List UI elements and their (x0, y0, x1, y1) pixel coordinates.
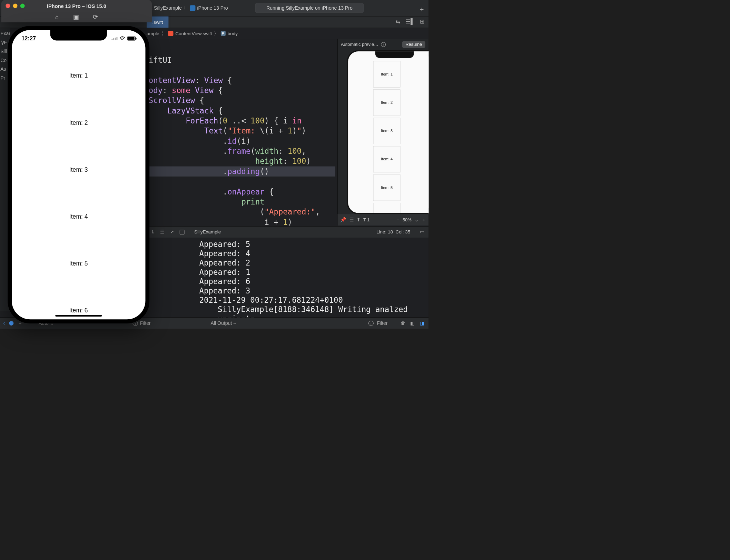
zoom-level[interactable]: 50% (403, 217, 412, 222)
list-item: Item: 1 (12, 52, 145, 99)
cursor-position: Line: 18 Col: 35 (376, 229, 410, 235)
step-controls-icon[interactable]: ☰ (160, 229, 164, 235)
chevron-down-icon[interactable]: ⌄ (415, 217, 418, 222)
status-bar: 12:27 (12, 33, 145, 44)
screenshot-icon[interactable]: ▣ (73, 13, 79, 20)
chevron-right-icon: 〉 (183, 5, 188, 11)
activity-status: Running SillyExample on iPhone 13 Pro (255, 3, 364, 13)
preview-t1[interactable]: T 1 (363, 217, 369, 222)
simulator-device: 12:27 Item: 1 Item: 2 Item: 3 Item: 4 It… (8, 26, 149, 323)
editor-right-tools: ⇆ ☰▌ ⊞ (396, 18, 425, 25)
minimap-icon[interactable]: ☰▌ (405, 18, 414, 25)
minimize-window-button[interactable] (13, 4, 18, 8)
list-item: Item: 4 (12, 193, 145, 240)
editor-jump-bar[interactable]: ample 〉 ContentView.swift 〉 P body (147, 28, 424, 39)
recent-nav-icon[interactable]: ‹ (3, 320, 5, 326)
zoom-in-icon[interactable]: ＋ (422, 217, 426, 223)
preview-item (373, 203, 401, 214)
preview-item: Item: 1 (373, 61, 401, 87)
debug-target[interactable]: SillyExample (194, 229, 221, 235)
list-item: Item: 2 (12, 99, 145, 146)
zoom-window-button[interactable] (20, 4, 25, 8)
simulator-phone-frame: 12:27 Item: 1 Item: 2 Item: 3 Item: 4 It… (8, 26, 149, 323)
console-panel-toggle-icon[interactable]: ▭ (420, 229, 424, 235)
jumpbar-symbol[interactable]: body (228, 31, 238, 36)
preview-content: Item: 1 Item: 2 Item: 3 Item: 4 Item: 5 (348, 51, 429, 214)
code-editor[interactable]: iftUI ontentView: View { ody: some View … (147, 39, 337, 226)
pin-icon[interactable]: 📌 (340, 217, 346, 222)
tab-label: .swift (152, 19, 163, 25)
console-filter-field[interactable]: Filter (377, 320, 387, 326)
console-filter-bar: All Output ⌣ Filter 🗑 ◧ ◨ (154, 317, 428, 329)
cellular-signal-icon (111, 37, 117, 40)
simulator-screen[interactable]: 12:27 Item: 1 Item: 2 Item: 3 Item: 4 It… (12, 30, 145, 319)
preview-item: Item: 5 (373, 174, 401, 201)
rotate-icon[interactable]: ⟳ (93, 13, 98, 20)
list-item: Item: 3 (12, 146, 145, 193)
wifi-icon (119, 36, 125, 41)
trash-icon[interactable]: 🗑 (401, 320, 405, 326)
close-window-button[interactable] (6, 4, 10, 8)
chevron-right-icon: 〉 (214, 30, 219, 37)
add-panel-icon[interactable]: ⊞ (420, 18, 425, 25)
preview-item: Item: 4 (373, 146, 401, 172)
property-icon: P (221, 31, 226, 36)
location-icon[interactable]: ➚ (170, 229, 174, 235)
left-panel-toggle-icon[interactable]: ◧ (410, 320, 415, 326)
battery-icon (127, 37, 136, 41)
traffic-lights (6, 4, 24, 8)
simulator-toolbar: ⌂ ▣ ⟳ (1, 11, 152, 22)
preview-status-text: Automatic previe… (341, 42, 378, 47)
debug-bar: ⤹ ☰ ➚ SillyExample Line: 18 Col: 35 ▭ (147, 226, 428, 238)
home-icon[interactable]: ⌂ (55, 13, 59, 20)
split-nav-icon[interactable]: ⇆ (396, 18, 401, 25)
swift-icon (168, 31, 173, 36)
sliders-icon[interactable]: ☰ (349, 217, 354, 222)
output-mode-button[interactable]: All Output ⌣ (210, 320, 236, 326)
filter-icon[interactable] (368, 321, 374, 326)
preview-toolbar: 📌 ☰ T T 1 − 50% ⌄ ＋ (338, 214, 429, 226)
jumpbar-file[interactable]: ContentView.swift (175, 31, 212, 36)
text-style-icon[interactable]: T (357, 217, 360, 222)
info-icon[interactable]: i (381, 42, 386, 47)
preview-device-canvas[interactable]: Item: 1 Item: 2 Item: 3 Item: 4 Item: 5 (347, 50, 429, 214)
scheme-name[interactable]: SillyExample (154, 5, 182, 11)
chevron-right-icon: 〉 (161, 30, 166, 37)
preview-header: Automatic previe… i Resume (338, 39, 429, 50)
home-indicator[interactable] (55, 315, 102, 317)
device-icon (190, 5, 195, 11)
status-time: 12:27 (21, 35, 36, 42)
right-panel-toggle-icon[interactable]: ◨ (420, 320, 425, 326)
console-output[interactable]: Appeared: 5 Appeared: 4 Appeared: 2 Appe… (147, 238, 428, 317)
device-notch (375, 51, 414, 58)
list-item: Item: 6 (12, 287, 145, 319)
new-tab-button[interactable]: ＋ (418, 5, 425, 14)
swiftui-preview-panel: Automatic previe… i Resume Item: 1 Item:… (337, 39, 428, 226)
breakpoint-nav-icon[interactable]: ⤹ (151, 229, 155, 235)
list-item: Item: 5 (12, 240, 145, 287)
run-destination[interactable]: iPhone 13 Pro (197, 5, 228, 11)
app-scroll-content[interactable]: Item: 1 Item: 2 Item: 3 Item: 4 Item: 5 … (12, 30, 145, 319)
preview-item: Item: 3 (373, 118, 401, 144)
zoom-out-icon[interactable]: − (397, 217, 399, 222)
activity-text: Running SillyExample on iPhone 13 Pro (266, 5, 353, 11)
simulator-window-titlebar[interactable]: iPhone 13 Pro – iOS 15.0 ⌂ ▣ ⟳ (1, 0, 152, 22)
app-square-icon (180, 230, 185, 234)
resume-button[interactable]: Resume (402, 41, 425, 48)
preview-item: Item: 2 (373, 89, 401, 116)
